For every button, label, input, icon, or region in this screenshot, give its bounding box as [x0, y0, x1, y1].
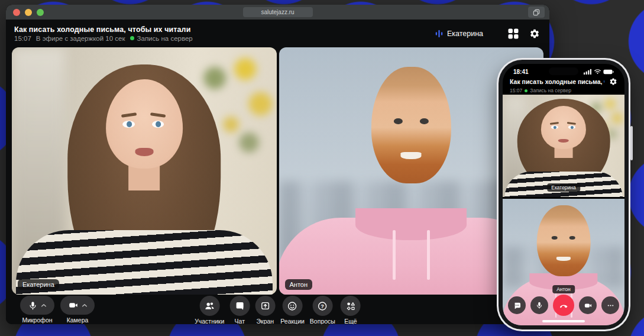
phone-more-button[interactable]: [601, 296, 619, 314]
reactions-button[interactable]: [283, 296, 303, 316]
window-controls: [13, 9, 44, 16]
hangup-phone-icon: [559, 301, 569, 311]
close-window-button[interactable]: [13, 9, 20, 16]
more-button[interactable]: [341, 296, 361, 316]
svg-text:?: ?: [321, 303, 324, 309]
browser-titlebar: salutejazz.ru: [6, 5, 549, 20]
wifi-icon: [594, 69, 601, 75]
chat-label: Чат: [235, 318, 245, 324]
gear-icon: [529, 28, 540, 39]
participants-icon: [204, 301, 215, 312]
microphone-icon: [28, 301, 38, 311]
chat-icon: [234, 301, 245, 311]
screen-share-button[interactable]: [255, 296, 275, 316]
address-bar[interactable]: salutejazz.ru: [243, 7, 313, 17]
phone-microphone-button[interactable]: [530, 296, 548, 314]
phone-call-time: 15:07: [510, 88, 522, 93]
minimize-window-button[interactable]: [25, 9, 32, 16]
phone-video-tile-ekaterina[interactable]: Екатерина: [503, 95, 624, 197]
phone-hangup-button[interactable]: [553, 295, 574, 316]
ekaterina-video: [12, 47, 277, 295]
video-stage: Екатерина Антон: [12, 47, 543, 295]
reactions-label: Реакции: [280, 318, 305, 324]
audio-waveform-icon: [435, 29, 443, 38]
live-status: В эфире с задержкой 10 сек: [36, 35, 125, 42]
questions-icon: ?: [317, 301, 328, 312]
active-speaker-name: Екатерина: [447, 30, 483, 38]
chat-button[interactable]: [229, 296, 250, 316]
microphone-label: Микрофон: [22, 316, 52, 324]
chat-dots-icon: [513, 301, 522, 310]
questions-button[interactable]: ?: [312, 296, 332, 316]
camera-button[interactable]: [60, 296, 95, 315]
cellular-signal-icon: [584, 69, 592, 75]
participant-name-badge: Антон: [285, 279, 313, 290]
overlapping-windows-icon: [532, 8, 541, 17]
call-time: 15:07: [14, 35, 31, 42]
participants-label: Участники: [195, 318, 224, 324]
ekaterina-video: [503, 95, 624, 197]
microphone-button[interactable]: [20, 296, 54, 315]
phone-screen: 18:41: [503, 64, 624, 325]
active-speaker-indicator[interactable]: Екатерина: [435, 29, 483, 38]
video-tile-ekaterina[interactable]: Екатерина: [12, 47, 277, 295]
participant-name-badge: Екатерина: [18, 279, 59, 290]
phone-side-button: [630, 126, 633, 160]
camera-icon: [68, 300, 79, 311]
home-indicator[interactable]: [542, 320, 585, 322]
layout-grid-button[interactable]: [508, 28, 519, 39]
call-toolbar: Микрофон Камера: [6, 295, 549, 324]
screen-share-icon: [260, 301, 270, 311]
ellipsis-icon: [606, 301, 615, 310]
phone-call-title: Как писать холодные письма, что...: [510, 78, 604, 85]
copy-window-button[interactable]: [528, 7, 545, 18]
phone-clock: 18:41: [513, 69, 529, 75]
more-shapes-icon: [345, 301, 356, 312]
battery-icon: [603, 69, 614, 75]
recording-status: Запись на сервер: [137, 35, 193, 42]
dynamic-island: [549, 67, 578, 75]
phone-mockup: 18:41: [499, 60, 629, 329]
microphone-icon: [535, 301, 543, 309]
questions-label: Вопросы: [310, 318, 335, 324]
grid-icon: [508, 28, 519, 39]
participant-name-badge: Екатерина: [547, 183, 580, 192]
gear-icon[interactable]: [609, 77, 617, 86]
chevron-up-icon[interactable]: [41, 303, 47, 308]
phone-camera-button[interactable]: [579, 296, 597, 314]
phone-call-header: Как писать холодные письма, что... 15:07…: [503, 77, 624, 93]
phone-recording-status: Запись на сервер: [530, 88, 571, 93]
reactions-smiley-icon: [287, 301, 298, 312]
chevron-up-icon[interactable]: [82, 303, 88, 308]
main-window: salutejazz.ru Как писать холодные письма…: [6, 5, 549, 324]
phone-chat-button[interactable]: [508, 296, 526, 314]
settings-button[interactable]: [529, 28, 540, 39]
recording-indicator-dot: [130, 36, 134, 40]
recording-indicator-dot: [525, 89, 528, 92]
camera-icon: [584, 301, 593, 310]
camera-label: Камера: [67, 316, 89, 324]
participant-name-badge: Антон: [552, 285, 575, 293]
participants-button[interactable]: [199, 296, 219, 316]
more-label: Ещё: [344, 318, 357, 324]
call-title: Как писать холодные письма, чтобы их чит…: [14, 25, 193, 34]
screen-share-label: Экран: [256, 318, 274, 324]
phone-call-controls: [503, 295, 624, 316]
zoom-window-button[interactable]: [37, 9, 44, 16]
call-header: Как писать холодные письма, чтобы их чит…: [6, 20, 549, 47]
